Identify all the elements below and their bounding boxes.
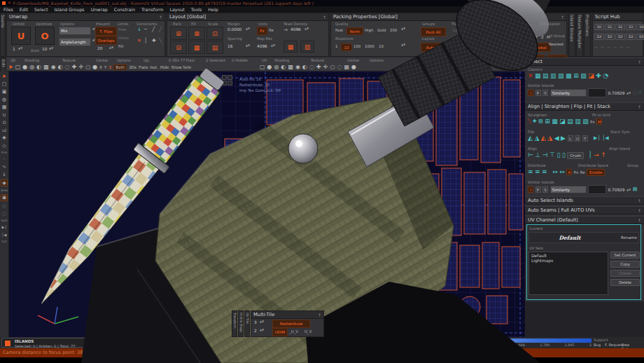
sym-right-icon[interactable]: │◀ xyxy=(2,232,7,238)
btn-flats[interactable]: Flats xyxy=(139,65,148,69)
pin-icon[interactable]: ↑ xyxy=(561,15,564,20)
add-constraint-icon[interactable]: ✚ xyxy=(152,38,156,43)
tool-optimize[interactable]: O xyxy=(3,120,6,125)
pin-icon[interactable]: ↑ xyxy=(323,15,326,20)
select-header[interactable]: Select↑ xyxy=(525,57,644,66)
limits-fill[interactable]: Fill xyxy=(118,44,123,48)
up-x-button[interactable]: X xyxy=(99,65,102,69)
viewport-uv[interactable]: Auto Fit: 16 Redistribute: 16 Imp Tex Ga… xyxy=(220,71,525,337)
align-middle-icon[interactable]: ▯ xyxy=(562,151,566,159)
fill-selected-icon[interactable]: ▦ xyxy=(188,41,205,54)
texture-uv-icon[interactable]: ◌ xyxy=(65,64,70,71)
straighten-diag-icon[interactable]: ╲ xyxy=(528,118,531,125)
similarity-dropdown[interactable]: Similarity xyxy=(550,89,587,97)
marquee-icon[interactable]: ▢ xyxy=(15,64,21,71)
align-bottom-icon[interactable]: ⊥ xyxy=(535,151,540,159)
flip-l-toggle[interactable]: L xyxy=(568,135,573,142)
scale-selected-icon[interactable]: ▤ xyxy=(206,41,223,54)
tool-shield-icon[interactable]: ◇ xyxy=(2,143,6,149)
mut-1[interactable]: 1 xyxy=(335,44,337,48)
uv-grid-icon[interactable]: ▦ xyxy=(344,64,349,71)
optimize-button[interactable]: O xyxy=(35,27,55,45)
tool-ring-icon[interactable]: ○ xyxy=(2,211,6,217)
dist-h-icon[interactable]: ≡ xyxy=(528,168,533,176)
opt-stepper-2[interactable]: ▲▼ xyxy=(448,49,452,52)
uv-set-item-lightmaps[interactable]: Lightmaps xyxy=(531,258,606,263)
mut-100[interactable]: 100 xyxy=(354,44,360,48)
tool-stack-icon[interactable]: ▣ xyxy=(2,89,7,95)
flip-t-toggle[interactable]: T xyxy=(582,135,588,142)
similarity2-field[interactable] xyxy=(588,185,606,194)
tab-island-groups[interactable]: Island Groups xyxy=(568,13,575,57)
opt-stepper-1[interactable]: ▲▼ xyxy=(448,41,452,43)
quality-gold[interactable]: Gold xyxy=(377,28,386,32)
similar-s-toggle[interactable]: S xyxy=(542,90,548,96)
btn-isol[interactable]: Isol. xyxy=(150,65,158,69)
angle-180[interactable]: 180 xyxy=(489,40,496,44)
uv-loop-icon[interactable]: ◌ xyxy=(337,64,342,71)
uv-center-sel-icon[interactable]: ✚ xyxy=(316,64,321,71)
tab-transform[interactable]: Transform xyxy=(232,310,237,337)
unwrap-metric-dropdown[interactable]: Angle/Length xyxy=(59,38,91,46)
texel-value[interactable]: 4096 xyxy=(290,27,301,32)
margin-stepper[interactable]: ▲▼ xyxy=(246,27,250,30)
fit-diag-icon[interactable]: ▧ xyxy=(582,118,589,125)
pin-constraint-icon[interactable]: ↓ xyxy=(137,27,141,32)
script-edit-3[interactable]: Ed xyxy=(626,34,636,40)
flip-right-icon[interactable]: ▶ xyxy=(561,135,566,142)
menu-edit[interactable]: Edit xyxy=(20,7,28,12)
menu-layout[interactable]: Layout xyxy=(169,7,184,12)
btn-hide[interactable]: Hide xyxy=(160,65,169,69)
menu-transform[interactable]: Transform xyxy=(141,7,163,12)
uv-shading-wire-icon[interactable]: ◍ xyxy=(274,64,279,71)
pin-icon[interactable]: ↑ xyxy=(638,208,641,213)
select-cursor-icon[interactable]: ➤ xyxy=(8,64,13,71)
dist-both-icon[interactable]: ≡ xyxy=(542,168,547,176)
tool-curve-icon[interactable]: ∿ xyxy=(2,164,6,170)
similarity-field[interactable] xyxy=(588,88,606,97)
auto-select-header[interactable]: Auto Select Islands↑ xyxy=(525,196,644,205)
flip-v-icon[interactable]: ◮ xyxy=(534,135,539,142)
menu-help[interactable]: Help xyxy=(208,7,218,12)
sel-cells-icon[interactable]: ⊞ xyxy=(573,72,579,80)
flip-v-sel-icon[interactable]: ◮ xyxy=(547,135,552,142)
sel-rows-icon[interactable]: ▤ xyxy=(542,72,549,80)
script-slot-0[interactable]: S0 xyxy=(594,24,604,30)
tile-v-stepper[interactable]: ▲▼ xyxy=(260,329,264,331)
quality-norm[interactable]: Norm xyxy=(346,27,363,35)
tool-x2[interactable]: x2 xyxy=(2,128,6,133)
tool-pin-icon[interactable]: ↓ xyxy=(2,172,6,177)
quality-200[interactable]: 200 xyxy=(390,28,397,32)
margin-value[interactable]: 0.0000 xyxy=(227,27,241,32)
map-res-value[interactable]: 4096 xyxy=(257,44,267,48)
tab-texture-multiplier[interactable]: Texture Multiplier xyxy=(576,13,583,57)
backface-icon[interactable]: ● xyxy=(92,64,97,71)
support-frequest-link[interactable]: F. Request xyxy=(605,343,624,347)
script-slot-4[interactable]: S4 xyxy=(636,24,644,30)
similarity2-stepper[interactable]: ▲▼ xyxy=(626,189,631,191)
dist-px-button[interactable]: Px xyxy=(574,170,578,174)
fit-m-button[interactable]: M xyxy=(596,118,602,125)
opt-step-0b[interactable]: 0 xyxy=(454,50,456,54)
similarity-number[interactable]: 0.70929 xyxy=(608,91,625,95)
sel-dense-icon[interactable]: ▨ xyxy=(558,72,564,80)
uv-sphere-icon[interactable]: ● xyxy=(351,64,356,71)
dist-v-icon[interactable]: ≡ xyxy=(535,168,540,176)
similar2-i-toggle[interactable]: I xyxy=(528,186,533,193)
sel-plus-icon[interactable]: ✚ xyxy=(596,72,601,80)
unfold-button[interactable]: U xyxy=(11,27,31,45)
uv-marquee-icon[interactable]: ▢ xyxy=(260,64,265,71)
pin-icon[interactable]: ↑ xyxy=(638,60,641,64)
dist-re-button[interactable]: Re xyxy=(580,170,585,174)
pin-icon[interactable]: ↑ xyxy=(318,313,321,317)
uv-bulb-icon[interactable]: ○ xyxy=(330,64,335,71)
texel-stepper[interactable]: ▲▼ xyxy=(304,27,309,30)
align-center-icon[interactable]: ▯ xyxy=(556,151,560,159)
uv-texture-icon[interactable]: ◐ xyxy=(302,64,307,71)
uv-shading-mat-icon[interactable]: ◉ xyxy=(295,64,300,71)
shading-material-icon[interactable]: ◉ xyxy=(51,64,56,71)
create-button[interactable]: Create xyxy=(610,270,640,277)
align-header[interactable]: Align | Straighten | Flip | Fit | Stack↑ xyxy=(525,102,644,111)
stack-right-icon[interactable]: │◀ xyxy=(602,135,609,142)
quality-high[interactable]: High xyxy=(365,28,373,32)
